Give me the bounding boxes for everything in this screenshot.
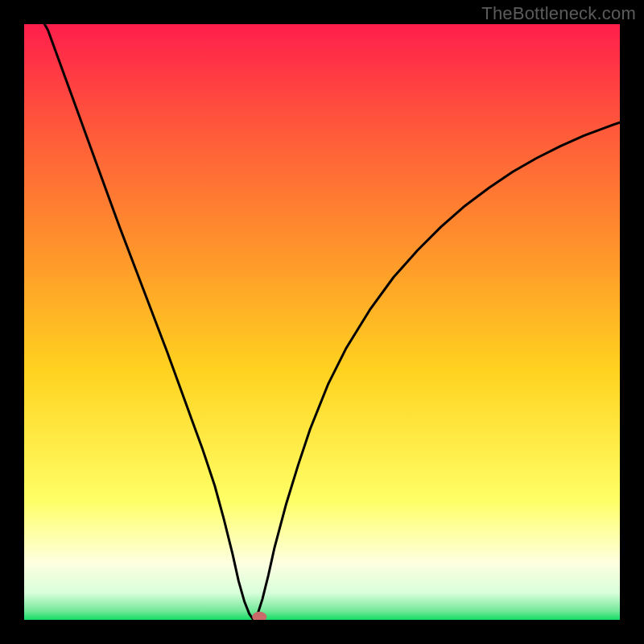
gradient-background (24, 24, 620, 620)
plot-area (24, 24, 620, 620)
watermark-text: TheBottleneck.com (481, 3, 636, 24)
chart-svg (24, 24, 620, 620)
chart-frame: TheBottleneck.com (0, 0, 644, 644)
